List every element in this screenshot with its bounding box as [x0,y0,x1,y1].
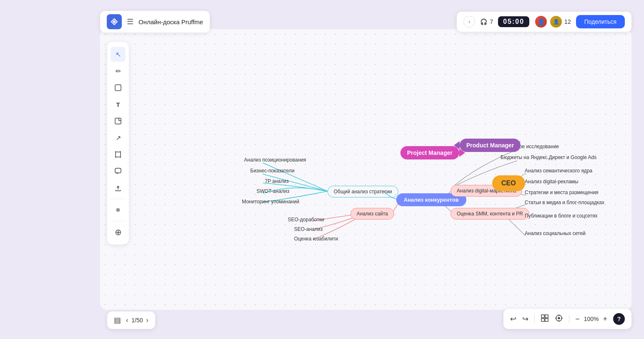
site-child-2: SEO-анализ [294,226,323,232]
smm-child-1: Статьи в медиа и блог-площадках [525,200,604,205]
strategy-child-3: 7P анализ [265,178,289,184]
avatar-count: 12 [564,18,571,25]
zoom-in-button[interactable]: + [603,315,607,324]
svg-rect-8 [115,168,121,173]
site-child-1: SEO-доработки [288,217,324,223]
strategy-node-label: Общий анализ стратегии [327,186,398,197]
strategy-child-4: SWOT-анализ [257,188,289,194]
svg-rect-10 [541,315,544,318]
avatar-group: 👤 👤 12 [534,15,571,28]
header-right-panel: ‹ 🎧 7 05:00 👤 👤 12 Поделиться [457,12,631,32]
whiteboard-canvas[interactable]: Анализ конкурентов Общий анализ стратеги… [100,29,631,310]
svg-rect-13 [545,319,548,321]
digital-child-2: Анализ digital-рекламы [525,179,578,185]
page-info: 1/50 [131,317,143,324]
ceo-badge[interactable]: CEO [492,175,525,191]
sidebar-toggle-button[interactable]: ▤ [114,316,121,325]
headphone-icon: 🎧 [480,18,487,25]
help-button[interactable]: ? [613,313,625,325]
strategy-child-2: Бизнес-показатели [250,168,294,174]
menu-icon[interactable]: ☰ [127,17,133,26]
svg-rect-12 [541,319,544,321]
zoom-out-button[interactable]: − [575,315,580,324]
svg-point-15 [558,317,560,319]
headphone-number: 7 [490,18,493,25]
bottom-right-bar: ↩ ↪ − 100% + ? [503,309,631,329]
smm-node[interactable]: Оценка SMM, контента и PR [450,208,529,220]
text-tool-button[interactable]: T [111,97,126,112]
toolbar: ↖ ✏ T ↗ ❄ ⊕ [107,42,129,245]
avatar-1: 👤 [534,15,548,28]
svg-rect-2 [115,118,121,124]
shape-tool-button[interactable] [111,80,126,95]
toolbar-divider [111,199,126,199]
add-tool-button[interactable]: ⊕ [111,225,126,240]
site-node[interactable]: Анализ сайта [350,208,394,220]
header-left-panel: ☰ Онлайн-доска Pruffme [100,11,210,33]
center-view-button[interactable] [555,314,563,324]
map-view-button[interactable] [541,314,549,324]
site-node-label: Анализ сайта [350,208,394,220]
digital-child-1: Анализ семантического ядра [525,168,592,174]
arrow-tool-button[interactable]: ↗ [111,130,126,145]
svg-rect-11 [545,315,548,318]
svg-rect-3 [116,152,121,157]
frame-tool-button[interactable] [111,147,126,162]
svg-rect-1 [115,85,121,91]
digital-child-3: Стратегии и места размещения [525,190,599,195]
strategy-child-5: Мониторинг упоминаний [242,199,299,205]
zoom-level: 100% [584,316,599,322]
page-next-button[interactable]: › [146,316,148,324]
strategy-child-1: Анализ позиционирования [244,157,306,163]
share-button[interactable]: Поделиться [576,15,625,28]
site-child-3: Оценка юзабилити [294,236,338,242]
comment-tool-button[interactable] [111,164,126,179]
upload-tool-button[interactable] [111,180,126,195]
smm-child-3: Анализ социальных сетей [525,230,586,236]
snowflake-tool-button[interactable]: ❄ [111,202,126,218]
header-title: Онлайн-доска Pruffme [138,18,203,25]
product-manager-badge[interactable]: Product Manager [460,139,521,152]
strategy-node[interactable]: Общий анализ стратегии [327,186,398,197]
headphone-count: 🎧 7 [480,18,493,25]
app-logo [107,14,122,29]
toolbar-divider-2 [111,221,126,221]
ceo-label: CEO [501,180,516,187]
timer-display: 05:00 [498,16,529,27]
sticky-tool-button[interactable] [111,114,126,129]
bottom-left-bar: ▤ ‹ 1/50 › [107,311,155,329]
product-manager-label: Product Manager [466,142,514,149]
page-navigation: ‹ 1/50 › [126,316,148,324]
project-manager-label: Project Manager [407,149,453,156]
divider-2 [569,315,569,323]
project-manager-badge[interactable]: Project Manager [400,146,459,159]
select-tool-button[interactable]: ↖ [111,47,126,62]
nav-back-button[interactable]: ‹ [463,16,475,28]
smm-node-label: Оценка SMM, контента и PR [450,208,529,220]
header: ☰ Онлайн-доска Pruffme ‹ 🎧 7 05:00 👤 👤 1… [100,10,631,33]
pen-tool-button[interactable]: ✏ [111,63,126,78]
svg-point-0 [113,20,116,23]
undo-button[interactable]: ↩ [510,314,516,324]
divider-1 [534,315,535,323]
avatar-2: 👤 [549,15,563,28]
zoom-control: − 100% + [575,315,607,324]
redo-button[interactable]: ↪ [522,314,528,324]
top-right-2: Бюджеты на Яндекс.Директ и Google Ads [501,154,596,160]
smm-child-2: Публикации в блоге и соцсетях [525,213,597,219]
page-prev-button[interactable]: ‹ [126,316,128,324]
